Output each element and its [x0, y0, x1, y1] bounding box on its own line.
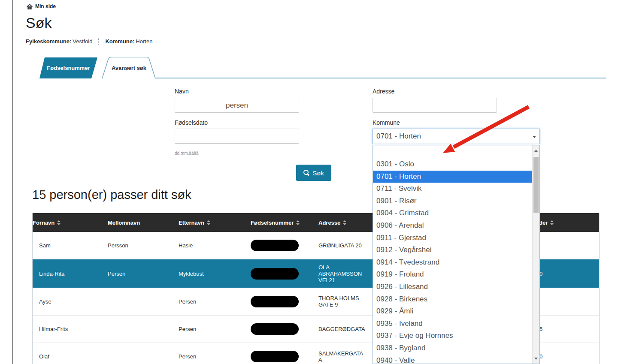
kommune-select-value: 0701 - Horten [376, 132, 421, 141]
dropdown-option[interactable]: 0926 - Lillesand [373, 281, 539, 293]
fylkeskommune-value: Vestfold [73, 38, 92, 45]
dropdown-option[interactable]: 0928 - Birkenes [373, 293, 539, 306]
dropdown-option-highlighted[interactable]: 0701 - Horten [373, 171, 539, 183]
search-icon [303, 170, 309, 176]
dropdown-option[interactable]: 0940 - Valle [373, 355, 539, 364]
search-button-label: Søk [312, 169, 324, 177]
redaction-bar [251, 296, 299, 307]
tab-fodselsnummer[interactable]: Fødselsnummer [39, 57, 97, 78]
cell-adresse: GRØNLIGATA 20 [318, 239, 373, 252]
cell-fornavn: Sam [33, 239, 108, 252]
cell-mellomnavn [108, 353, 179, 360]
cell-fornavn: Hilmar-Frits [33, 322, 108, 336]
home-icon [27, 4, 33, 9]
cell-fodselsnummer [251, 320, 318, 338]
dropdown-option[interactable]: 0912 - Vegårshei [373, 244, 539, 256]
cell-fodselsnummer [251, 292, 318, 311]
tab-avansert-sok[interactable]: Avansert søk [102, 57, 156, 78]
page-left-border [12, 0, 13, 364]
sort-icon [207, 220, 210, 225]
page: Min side Søk Fylkeskommune: Vestfold Kom… [0, 0, 618, 364]
column-header-fodselsnummer[interactable]: Fødselsnummer [251, 220, 318, 226]
redaction-bar [251, 240, 299, 251]
dropdown-option[interactable]: 0937 - Evje og Hornnes [373, 330, 539, 342]
separator [98, 38, 99, 45]
cell-adresse: SALMAKERGATA A [318, 347, 373, 364]
cell-mellomnavn [108, 326, 179, 333]
redaction-bar [251, 351, 299, 362]
column-header-etternavn[interactable]: Etternavn [179, 220, 251, 226]
dropdown-option[interactable]: 0938 - Bygland [373, 342, 539, 355]
cell-etternavn: Persen [179, 350, 251, 363]
dropdown-option[interactable] [373, 145, 539, 158]
dropdown-option[interactable]: 0919 - Froland [373, 268, 539, 281]
redaction-bar [251, 323, 299, 335]
cell-mellomnavn: Persson [108, 239, 179, 252]
scroll-down-arrow-icon[interactable] [533, 353, 539, 364]
cell-fornavn: Olaf [33, 350, 108, 363]
cell-adresse: BAGGERØDGATA [318, 322, 373, 336]
fodselsdato-label: Fødselsdato [175, 119, 208, 126]
tab-bottom-rule [155, 78, 606, 78]
kommune-label: Kommune: [105, 38, 134, 45]
dropdown-option[interactable]: 0929 - Åmli [373, 305, 539, 318]
adresse-label: Adresse [373, 88, 394, 95]
cell-adresse: OLA ABRAHAMSSON VEI 21 [318, 261, 373, 287]
cell-adresse: THORA HOLMS GATE 9 [318, 292, 373, 311]
sort-icon [550, 220, 554, 225]
cell-fodselsnummer [251, 236, 318, 255]
dropdown-option[interactable]: 0914 - Tvedestrand [373, 256, 539, 269]
breadcrumb-label: Min side [35, 3, 56, 9]
sort-icon [343, 220, 346, 225]
dropdown-option[interactable]: 0711 - Svelvik [373, 183, 539, 195]
fodselsdato-input[interactable] [175, 129, 299, 144]
cell-etternavn: Hasle [179, 239, 251, 252]
cell-mellomnavn: Persen [108, 267, 179, 280]
column-header-adresse[interactable]: Adresse [318, 220, 373, 226]
column-header-fornavn[interactable]: Fornavn [33, 220, 108, 226]
dropdown-option[interactable]: 0911 - Gjerstad [373, 232, 539, 244]
fylkeskommune-label: Fylkeskommune: [26, 38, 71, 45]
date-format-hint: dd.mm.åååå [175, 151, 199, 156]
adresse-input[interactable] [373, 98, 497, 113]
dropdown-option[interactable]: 0935 - Iveland [373, 318, 539, 330]
kommune-dropdown-list: 0301 - Oslo 0701 - Horten 0711 - Svelvik… [373, 145, 540, 364]
sort-icon [296, 220, 300, 225]
tab-fodselsnummer-label: Fødselsnummer [47, 65, 90, 71]
scrollbar-thumb[interactable] [533, 157, 539, 213]
dropdown-option[interactable]: 0901 - Risør [373, 195, 539, 208]
chevron-down-icon [533, 136, 536, 138]
page-title: Søk [26, 15, 52, 31]
column-header-mellomnavn: Mellomnavn [108, 220, 179, 226]
cell-fornavn: Ayse [33, 295, 108, 308]
scrollbar[interactable] [532, 145, 539, 364]
sort-icon [57, 220, 61, 225]
cell-mellomnavn [108, 298, 179, 305]
cell-etternavn: Persen [179, 295, 251, 308]
dropdown-option[interactable]: 0906 - Arendal [373, 220, 539, 232]
breadcrumb[interactable]: Min side [27, 3, 56, 9]
kommune-select[interactable]: 0701 - Horten [373, 129, 540, 144]
dropdown-option[interactable]: 0301 - Oslo [373, 158, 539, 171]
navn-input[interactable] [175, 98, 299, 113]
results-heading: 15 person(er) passer ditt søk [32, 188, 191, 202]
redaction-bar [251, 268, 299, 280]
context-bar: Fylkeskommune: Vestfold Kommune: Horten [26, 38, 152, 45]
kommune-select-label: Kommune [373, 119, 400, 126]
cell-fodselsnummer [251, 265, 318, 283]
cell-fornavn: Linda-Rita [33, 267, 108, 280]
tab-avansert-sok-label: Avansert søk [102, 57, 156, 78]
cell-fodselsnummer [251, 347, 318, 364]
search-button[interactable]: Søk [296, 165, 331, 181]
navn-label: Navn [175, 88, 189, 95]
cell-etternavn: Myklebust [179, 267, 251, 280]
cell-etternavn: Persen [179, 322, 251, 336]
scroll-up-arrow-icon[interactable] [533, 145, 539, 156]
dropdown-option[interactable]: 0904 - Grimstad [373, 207, 539, 220]
kommune-value: Horten [136, 38, 152, 45]
